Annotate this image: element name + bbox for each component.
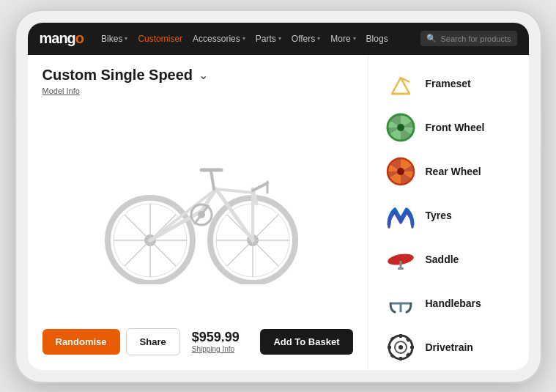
svg-point-53 — [399, 345, 403, 350]
component-item-saddle[interactable]: Saddle — [380, 238, 517, 281]
tablet-frame: mango Bikes ▾ Customiser Accessories ▾ P… — [15, 10, 542, 383]
svg-rect-48 — [398, 267, 404, 270]
nav-item-bikes[interactable]: Bikes ▾ — [101, 34, 127, 44]
main-content: Custom Single Speed ⌄ Model Info — [28, 55, 529, 370]
bottom-bar: Randomise Share $959.99 Shipping Info Ad… — [42, 321, 353, 358]
chevron-down-icon: ▾ — [125, 35, 127, 42]
svg-line-20 — [227, 240, 253, 266]
bike-image-area — [42, 101, 353, 321]
tablet-volume-button — [12, 97, 15, 119]
front-wheel-icon — [385, 111, 417, 144]
component-label-saddle: Saddle — [426, 254, 459, 265]
component-label-frameset: Frameset — [426, 78, 471, 89]
tyres-icon — [385, 199, 417, 232]
chevron-down-icon: ⌄ — [199, 68, 208, 82]
component-label-drivetrain: Drivetrain — [426, 341, 473, 353]
svg-point-43 — [397, 124, 404, 131]
svg-point-45 — [397, 168, 404, 175]
component-label-front-wheel: Front Wheel — [426, 122, 485, 133]
component-label-rear-wheel: Rear Wheel — [426, 166, 481, 177]
right-panel: Frameset — [368, 55, 529, 370]
chevron-down-icon: ▾ — [317, 35, 320, 42]
model-info-link[interactable]: Model Info — [42, 86, 353, 95]
chevron-down-icon: ▾ — [353, 35, 356, 42]
nav-items: Bikes ▾ Customiser Accessories ▾ Parts ▾… — [101, 34, 408, 44]
component-label-handlebars: Handlebars — [426, 297, 481, 309]
svg-rect-56 — [388, 346, 391, 349]
component-item-drivetrain[interactable]: Drivetrain — [380, 326, 517, 369]
svg-line-21 — [253, 240, 278, 266]
chevron-down-icon: ▾ — [278, 35, 281, 42]
svg-rect-55 — [399, 357, 402, 360]
nav-item-more[interactable]: More ▾ — [330, 34, 355, 44]
search-icon: 🔍 — [426, 34, 437, 43]
model-selector[interactable]: Custom Single Speed ⌄ — [42, 67, 353, 84]
nav-item-customiser[interactable]: Customiser — [138, 34, 182, 44]
component-label-tyres: Tyres — [426, 210, 452, 221]
frameset-icon — [385, 67, 417, 100]
svg-line-26 — [216, 189, 253, 193]
svg-line-7 — [125, 215, 150, 240]
logo[interactable]: mango — [40, 30, 84, 47]
component-item-rear-wheel[interactable]: Rear Wheel — [380, 150, 517, 193]
bike-image — [88, 138, 308, 284]
component-item-frameset[interactable]: Frameset — [380, 62, 517, 105]
nav-item-blogs[interactable]: Blogs — [366, 34, 388, 44]
navbar: mango Bikes ▾ Customiser Accessories ▾ P… — [28, 23, 529, 55]
nav-item-parts[interactable]: Parts ▾ — [256, 34, 281, 44]
component-item-handlebars[interactable]: Handlebars — [380, 282, 517, 325]
shipping-info-link[interactable]: Shipping Info — [192, 345, 240, 353]
nav-item-offers[interactable]: Offers ▾ — [292, 34, 320, 44]
price-value: $959.99 — [192, 330, 240, 344]
randomise-button[interactable]: Randomise — [42, 329, 120, 355]
tablet-power-button — [542, 112, 545, 149]
left-panel: Custom Single Speed ⌄ Model Info — [28, 55, 368, 370]
add-to-basket-button[interactable]: Add To Basket — [260, 329, 352, 355]
price-area: $959.99 Shipping Info — [192, 330, 240, 353]
component-item-front-wheel[interactable]: Front Wheel — [380, 106, 517, 149]
svg-rect-54 — [399, 334, 402, 338]
logo-accent: o — [75, 30, 84, 46]
svg-line-19 — [253, 215, 278, 240]
svg-line-9 — [125, 240, 150, 266]
drivetrain-icon — [385, 331, 417, 363]
search-placeholder: Search for products — [441, 34, 511, 43]
model-title: Custom Single Speed — [42, 67, 193, 84]
saddle-icon — [385, 243, 417, 275]
tablet-screen: mango Bikes ▾ Customiser Accessories ▾ P… — [28, 23, 529, 370]
svg-line-29 — [253, 183, 267, 191]
rear-wheel-icon — [385, 155, 417, 188]
nav-item-accessories[interactable]: Accessories ▾ — [193, 34, 245, 44]
svg-line-31 — [211, 171, 214, 189]
svg-rect-57 — [410, 346, 414, 349]
svg-line-10 — [150, 240, 176, 266]
component-item-tyres[interactable]: Tyres — [380, 194, 517, 237]
handlebars-icon — [385, 287, 417, 319]
chevron-down-icon: ▾ — [242, 35, 245, 42]
search-bar[interactable]: 🔍 Search for products — [420, 31, 517, 46]
share-button[interactable]: Share — [126, 328, 180, 355]
